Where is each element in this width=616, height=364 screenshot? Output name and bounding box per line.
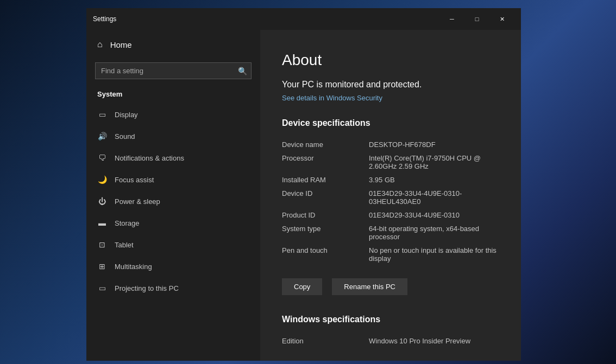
sidebar-item-tablet[interactable]: ⊡ Tablet [86,234,260,256]
spec-value-product-id: 01E34D29-33U4-4U9E-0310 [369,211,499,219]
sidebar-section-label: System [86,87,260,104]
spec-table: Device name DESKTOP-HF678DF Processor In… [282,138,499,265]
multitasking-icon: ⊞ [97,262,107,271]
spec-value-ram: 3.95 GB [369,176,499,184]
sidebar-item-focus[interactable]: 🌙 Focus assist [86,169,260,190]
spec-value-pen-touch: No pen or touch input is available for t… [369,246,499,263]
notifications-icon: 🗨 [97,154,107,162]
settings-window: Settings ─ □ ✕ ⌂ Home 🔍 System ▭ Display [86,8,521,361]
home-icon: ⌂ [97,40,103,49]
sidebar-item-focus-label: Focus assist [115,176,154,184]
sidebar-item-storage-label: Storage [115,219,140,227]
search-input[interactable] [95,62,252,79]
minimize-button[interactable]: ─ [439,11,464,27]
window-controls: ─ □ ✕ [439,11,514,27]
content-area: ⌂ Home 🔍 System ▭ Display 🔊 Sound 🗨 Noti… [86,30,521,361]
device-specs-title: Device specifications [282,118,499,128]
window-title: Settings [93,15,439,23]
security-link[interactable]: See details in Windows Security [282,94,499,102]
close-button[interactable]: ✕ [489,11,514,27]
spec-row-pen-touch: Pen and touch No pen or touch input is a… [282,244,499,265]
rename-button[interactable]: Rename this PC [332,278,407,295]
spec-label-processor: Processor [282,154,369,170]
spec-label-device-id: Device ID [282,189,369,206]
spec-value-edition: Windows 10 Pro Insider Preview [369,337,499,345]
spec-value-system-type: 64-bit operating system, x64-based proce… [369,225,499,241]
spec-row-edition: Edition Windows 10 Pro Insider Preview [282,334,499,348]
page-title: About [282,52,499,69]
search-box: 🔍 [95,62,252,79]
projecting-icon: ▭ [97,284,107,292]
spec-row-device-name: Device name DESKTOP-HF678DF [282,138,499,151]
sidebar-item-power[interactable]: ⏻ Power & sleep [86,190,260,212]
search-icon-button[interactable]: 🔍 [238,67,247,75]
spec-row-processor: Processor Intel(R) Core(TM) i7-9750H CPU… [282,151,499,173]
sound-icon: 🔊 [97,132,107,141]
spec-row-ram: Installed RAM 3.95 GB [282,173,499,187]
sidebar-item-sound-label: Sound [115,132,135,141]
sidebar-item-storage[interactable]: ▬ Storage [86,212,260,234]
copy-button[interactable]: Copy [282,278,322,295]
security-status: Your PC is monitored and protected. [282,80,499,90]
sidebar-item-display[interactable]: ▭ Display [86,104,260,125]
sidebar: ⌂ Home 🔍 System ▭ Display 🔊 Sound 🗨 Noti… [86,30,260,361]
spec-label-pen-touch: Pen and touch [282,246,369,263]
spec-row-system-type: System type 64-bit operating system, x64… [282,222,499,244]
spec-value-device-id: 01E34D29-33U4-4U9E-0310-03HEUL430AE0 [369,189,499,206]
display-icon: ▭ [97,110,107,119]
sidebar-item-power-label: Power & sleep [115,197,160,206]
sidebar-item-tablet-label: Tablet [115,241,134,249]
spec-label-edition: Edition [282,337,369,345]
sidebar-item-projecting-label: Projecting to this PC [115,284,179,292]
spec-value-processor: Intel(R) Core(TM) i7-9750H CPU @ 2.60GHz… [369,154,499,170]
windows-specs-title: Windows specifications [282,315,499,324]
power-icon: ⏻ [97,197,107,206]
spec-label-product-id: Product ID [282,211,369,219]
storage-icon: ▬ [97,219,107,227]
spec-value-device-name: DESKTOP-HF678DF [369,141,499,149]
windows-spec-table: Edition Windows 10 Pro Insider Preview [282,334,499,348]
tablet-icon: ⊡ [97,240,107,249]
spec-row-product-id: Product ID 01E34D29-33U4-4U9E-0310 [282,208,499,222]
sidebar-item-multitasking-label: Multitasking [115,263,152,271]
sidebar-item-projecting[interactable]: ▭ Projecting to this PC [86,277,260,299]
sidebar-item-sound[interactable]: 🔊 Sound [86,125,260,147]
spec-label-device-name: Device name [282,141,369,149]
right-panel: About Your PC is monitored and protected… [260,30,521,361]
spec-label-system-type: System type [282,225,369,241]
focus-icon: 🌙 [97,175,107,184]
spec-label-ram: Installed RAM [282,176,369,184]
home-label: Home [110,40,132,49]
action-buttons: Copy Rename this PC [282,278,499,304]
spec-row-device-id: Device ID 01E34D29-33U4-4U9E-0310-03HEUL… [282,187,499,208]
sidebar-item-display-label: Display [115,111,138,119]
sidebar-item-multitasking[interactable]: ⊞ Multitasking [86,256,260,277]
sidebar-item-notifications-label: Notifications & actions [115,154,184,162]
maximize-button[interactable]: □ [464,11,489,27]
sidebar-home[interactable]: ⌂ Home [86,30,260,59]
sidebar-item-notifications[interactable]: 🗨 Notifications & actions [86,147,260,169]
titlebar: Settings ─ □ ✕ [86,8,521,30]
